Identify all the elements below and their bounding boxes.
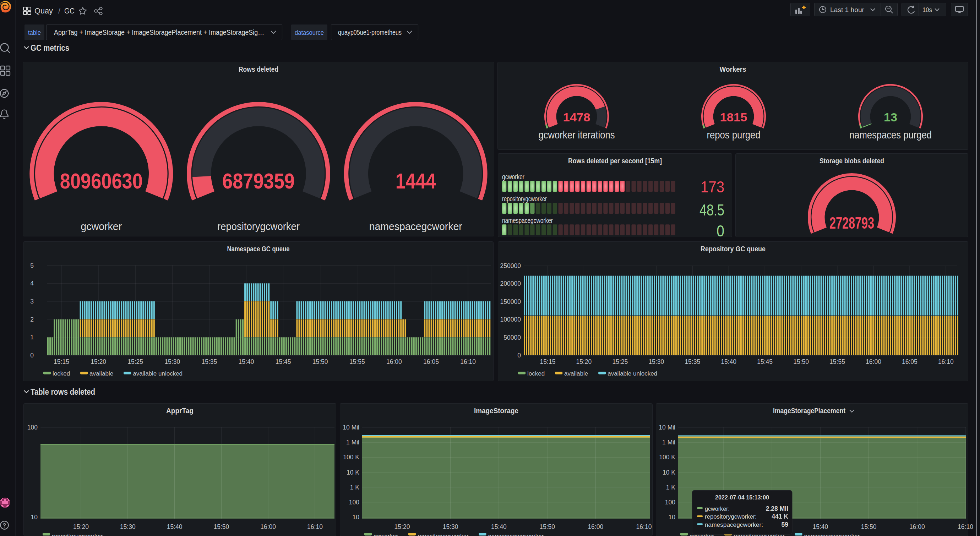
svg-text:16:00: 16:00 bbox=[588, 523, 603, 530]
svg-text:Repository GC queue: Repository GC queue bbox=[700, 245, 765, 253]
svg-text:namespacegcworker: namespacegcworker bbox=[488, 533, 544, 536]
svg-text:100 K: 100 K bbox=[659, 454, 675, 461]
svg-text:1 K: 1 K bbox=[350, 484, 360, 491]
svg-text:gcworker iterations: gcworker iterations bbox=[539, 129, 615, 141]
svg-text:2728793: 2728793 bbox=[829, 213, 874, 232]
svg-text:Workers: Workers bbox=[720, 65, 746, 73]
svg-text:0: 0 bbox=[716, 222, 724, 240]
svg-text:repositorygcworker: repositorygcworker bbox=[502, 194, 547, 203]
svg-text:15:50: 15:50 bbox=[214, 523, 229, 530]
svg-text:?: ? bbox=[3, 523, 6, 528]
svg-text:available: available bbox=[564, 370, 588, 377]
svg-text:repositorygcworker: repositorygcworker bbox=[418, 533, 469, 536]
svg-text:15:15: 15:15 bbox=[54, 358, 69, 365]
svg-text:50000: 50000 bbox=[503, 334, 521, 341]
svg-text:available: available bbox=[89, 370, 113, 377]
svg-text:available unlocked: available unlocked bbox=[133, 370, 183, 377]
svg-text:15:45: 15:45 bbox=[275, 358, 291, 365]
svg-text:16:05: 16:05 bbox=[902, 358, 918, 365]
svg-text:1444: 1444 bbox=[396, 169, 436, 193]
svg-text:namespaces purged: namespaces purged bbox=[850, 129, 932, 141]
svg-text:15:50: 15:50 bbox=[539, 523, 555, 530]
svg-text:ImageStorage: ImageStorage bbox=[474, 407, 519, 415]
svg-text:Quay: Quay bbox=[35, 6, 53, 15]
svg-text:15:20: 15:20 bbox=[576, 358, 592, 365]
svg-text:1 Mil: 1 Mil bbox=[346, 439, 360, 446]
svg-text:250000: 250000 bbox=[500, 262, 521, 269]
svg-text:1815: 1815 bbox=[720, 110, 748, 124]
svg-text:1 K: 1 K bbox=[666, 484, 676, 491]
svg-text:15:40: 15:40 bbox=[167, 523, 183, 530]
svg-text:Table rows deleted: Table rows deleted bbox=[30, 387, 95, 396]
svg-text:2.28 Mil: 2.28 Mil bbox=[766, 505, 788, 512]
svg-text:15:20: 15:20 bbox=[73, 523, 89, 530]
svg-text:15:30: 15:30 bbox=[164, 358, 180, 365]
svg-text:namespacegcworker: namespacegcworker bbox=[502, 216, 553, 224]
svg-text:10: 10 bbox=[668, 514, 676, 521]
svg-text:gcworker:: gcworker: bbox=[705, 506, 730, 512]
svg-text:16:00: 16:00 bbox=[865, 358, 881, 365]
svg-text:80960630: 80960630 bbox=[60, 169, 143, 193]
svg-text:100000: 100000 bbox=[500, 316, 521, 323]
svg-text:100 K: 100 K bbox=[343, 454, 360, 461]
svg-text:15:40: 15:40 bbox=[491, 523, 507, 530]
svg-text:16:00: 16:00 bbox=[260, 523, 276, 530]
svg-text:16:05: 16:05 bbox=[423, 358, 439, 365]
svg-text:10 Mil: 10 Mil bbox=[343, 424, 360, 431]
svg-text:15:40: 15:40 bbox=[721, 358, 737, 365]
svg-text:10s: 10s bbox=[923, 6, 932, 13]
svg-text:GC: GC bbox=[64, 6, 75, 15]
svg-text:441 K: 441 K bbox=[772, 513, 788, 520]
svg-text:10 Mil: 10 Mil bbox=[659, 424, 675, 431]
svg-text:15:30: 15:30 bbox=[443, 523, 458, 530]
svg-text:2: 2 bbox=[30, 316, 34, 323]
svg-text:locked: locked bbox=[52, 370, 70, 377]
svg-text:0: 0 bbox=[517, 352, 521, 359]
svg-text:1 Mil: 1 Mil bbox=[662, 439, 675, 446]
svg-text:15:25: 15:25 bbox=[127, 358, 143, 365]
svg-text:15:20: 15:20 bbox=[395, 523, 410, 530]
svg-text:10 K: 10 K bbox=[347, 469, 360, 476]
svg-text:1: 1 bbox=[30, 334, 34, 341]
svg-text:15:55: 15:55 bbox=[349, 358, 365, 365]
svg-text:Namespace GC queue: Namespace GC queue bbox=[227, 245, 290, 253]
svg-text:13: 13 bbox=[884, 110, 897, 124]
svg-text:15:25: 15:25 bbox=[612, 358, 628, 365]
svg-text:3: 3 bbox=[30, 298, 34, 305]
svg-text:GC metrics: GC metrics bbox=[30, 43, 69, 52]
svg-text:6879359: 6879359 bbox=[222, 169, 295, 193]
svg-text:gcworker: gcworker bbox=[374, 533, 398, 536]
svg-text:15:30: 15:30 bbox=[648, 358, 664, 365]
svg-text:1478: 1478 bbox=[563, 110, 590, 124]
svg-text:locked: locked bbox=[527, 370, 545, 377]
svg-text:Last 1 hour: Last 1 hour bbox=[830, 6, 864, 13]
svg-text:16:10: 16:10 bbox=[938, 358, 954, 365]
svg-text:15:50: 15:50 bbox=[312, 358, 328, 365]
svg-text:0: 0 bbox=[30, 352, 34, 359]
svg-text:gcworker: gcworker bbox=[81, 221, 122, 232]
svg-text:150000: 150000 bbox=[500, 298, 521, 305]
svg-text:16:10: 16:10 bbox=[958, 523, 973, 530]
svg-text:15:20: 15:20 bbox=[91, 358, 106, 365]
svg-text:ApprTag: ApprTag bbox=[166, 407, 194, 415]
svg-text:15:40: 15:40 bbox=[813, 523, 828, 530]
svg-text:repositorygcworker:: repositorygcworker: bbox=[705, 513, 757, 520]
svg-text:table: table bbox=[28, 29, 41, 36]
svg-text:15:30: 15:30 bbox=[120, 523, 136, 530]
svg-text:100: 100 bbox=[27, 424, 38, 431]
svg-text:16:00: 16:00 bbox=[909, 523, 925, 530]
svg-text:200000: 200000 bbox=[500, 280, 521, 287]
svg-text:repositorygcworker: repositorygcworker bbox=[217, 221, 300, 232]
svg-text:15:35: 15:35 bbox=[684, 358, 700, 365]
svg-text:/: / bbox=[58, 6, 61, 15]
svg-text:100: 100 bbox=[665, 499, 675, 506]
svg-text:15:45: 15:45 bbox=[757, 358, 773, 365]
svg-text:16:10: 16:10 bbox=[460, 358, 476, 365]
svg-text:quayp05ue1-prometheus: quayp05ue1-prometheus bbox=[338, 29, 402, 36]
svg-text:gcworker: gcworker bbox=[502, 172, 525, 181]
svg-text:ApprTag + ImageStorage + Image: ApprTag + ImageStorage + ImageStoragePla… bbox=[54, 29, 264, 36]
svg-text:16:10: 16:10 bbox=[636, 523, 652, 530]
svg-text:Rows deleted: Rows deleted bbox=[239, 65, 278, 73]
svg-text:10: 10 bbox=[353, 514, 360, 521]
svg-text:Storage blobs deleted: Storage blobs deleted bbox=[819, 157, 884, 165]
